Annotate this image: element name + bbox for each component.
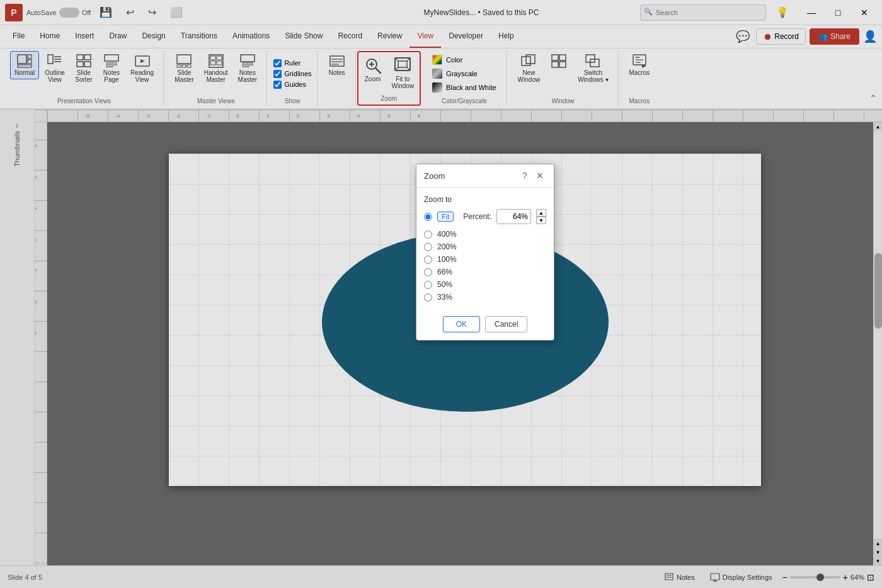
tab-review[interactable]: Review bbox=[370, 25, 410, 48]
notes-panel-button[interactable]: Notes bbox=[659, 570, 700, 585]
dialog-close-button[interactable]: ✕ bbox=[534, 169, 546, 182]
group-presentation-views: Normal Outline View Slide Sorter No bbox=[5, 51, 164, 106]
zoom-radio-50[interactable] bbox=[424, 281, 432, 289]
zoom-label-100: 100% bbox=[437, 255, 457, 264]
new-window-button[interactable]: New Window bbox=[513, 51, 545, 86]
color-button[interactable]: Color bbox=[427, 54, 467, 66]
percent-input[interactable] bbox=[496, 209, 531, 224]
reading-view-button[interactable]: Reading View bbox=[126, 51, 158, 86]
grayscale-button[interactable]: Grayscale bbox=[427, 67, 483, 80]
svg-rect-21 bbox=[187, 65, 191, 67]
lightbulb-button[interactable]: 💡 bbox=[771, 4, 794, 21]
tab-view[interactable]: View bbox=[410, 25, 441, 48]
notes-view-button[interactable]: Notes bbox=[324, 51, 350, 79]
scroll-down-button[interactable]: ▼ bbox=[874, 557, 882, 565]
zoom-radio-100[interactable] bbox=[424, 256, 432, 264]
cancel-button[interactable]: Cancel bbox=[485, 316, 527, 332]
handout-master-button[interactable]: Handout Master bbox=[200, 51, 232, 86]
close-button[interactable]: ✕ bbox=[852, 3, 877, 22]
customize-button[interactable]: ⬜ bbox=[165, 4, 188, 21]
zoom-option-fit[interactable]: Fit bbox=[424, 210, 454, 223]
zoom-slider-thumb[interactable] bbox=[816, 574, 824, 581]
zoom-option-100[interactable]: 100% bbox=[424, 253, 546, 266]
zoom-option-200[interactable]: 200% bbox=[424, 240, 546, 253]
tab-insert[interactable]: Insert bbox=[67, 25, 101, 48]
maximize-button[interactable]: □ bbox=[825, 3, 850, 22]
search-input[interactable] bbox=[640, 4, 766, 21]
spin-down-button[interactable]: ▼ bbox=[536, 217, 546, 224]
switch-windows-button[interactable]: Switch Windows ▾ bbox=[573, 51, 612, 86]
fit-window-button[interactable]: Fit to Window bbox=[387, 54, 419, 93]
outline-view-button[interactable]: Outline View bbox=[40, 51, 69, 86]
tab-design[interactable]: Design bbox=[134, 25, 173, 48]
zoom-out-button[interactable]: − bbox=[782, 572, 788, 582]
group-cg-label: Color/Grayscale bbox=[442, 96, 487, 106]
zoom-radio-33[interactable] bbox=[424, 293, 432, 302]
dialog-help-button[interactable]: ? bbox=[518, 169, 531, 182]
zoom-radio-200[interactable] bbox=[424, 243, 432, 251]
panel-toggle[interactable]: › bbox=[15, 120, 18, 131]
scroll-page-down[interactable]: ▼ bbox=[874, 548, 882, 557]
minimize-button[interactable]: — bbox=[799, 3, 824, 22]
macros-button[interactable]: Macros bbox=[625, 51, 655, 79]
tab-file[interactable]: File bbox=[5, 25, 32, 48]
autosave-toggle[interactable] bbox=[59, 8, 79, 18]
normal-view-button[interactable]: Normal bbox=[10, 51, 39, 79]
autosave-label: AutoSave Off bbox=[26, 8, 91, 18]
zoom-to-label: Zoom to bbox=[424, 195, 546, 204]
spin-up-button[interactable]: ▲ bbox=[536, 209, 546, 217]
tab-help[interactable]: Help bbox=[491, 25, 522, 48]
scroll-up-button[interactable]: ▲ bbox=[874, 122, 882, 131]
zoom-option-50[interactable]: 50% bbox=[424, 278, 546, 291]
tab-draw[interactable]: Draw bbox=[101, 25, 134, 48]
zoom-option-400[interactable]: 400% bbox=[424, 228, 546, 240]
search-icon: 🔍 bbox=[644, 8, 653, 16]
black-white-button[interactable]: Black and White bbox=[427, 81, 501, 94]
thumbnails-panel: › Thumbnails bbox=[0, 110, 35, 565]
scroll-track[interactable] bbox=[874, 131, 882, 539]
collapse-ribbon-button[interactable]: ⌃ bbox=[869, 93, 877, 103]
redo-button[interactable]: ↪ bbox=[143, 4, 161, 21]
tab-slideshow[interactable]: Slide Show bbox=[277, 25, 330, 48]
notes-master-button[interactable]: Notes Master bbox=[234, 51, 262, 86]
arrange-all-button[interactable]: x bbox=[546, 51, 572, 79]
record-button[interactable]: ⏺ Record bbox=[756, 28, 806, 45]
slide-master-button[interactable]: Slide Master bbox=[170, 51, 198, 86]
scroll-page-up[interactable]: ▲ bbox=[874, 539, 882, 548]
tab-record[interactable]: Record bbox=[330, 25, 370, 48]
percent-spinner: ▲ ▼ bbox=[536, 209, 546, 224]
zoom-percent: 64% bbox=[850, 574, 864, 581]
share-button[interactable]: 👥 Share bbox=[810, 28, 859, 45]
group-zoom-label: Zoom bbox=[381, 94, 398, 103]
save-button[interactable]: 💾 bbox=[94, 4, 117, 21]
zoom-radio-66[interactable] bbox=[424, 268, 432, 276]
svg-text:-1: -1 bbox=[35, 268, 38, 273]
status-bar: Slide 4 of 5 Notes Display Settings − + … bbox=[0, 565, 882, 588]
profile-button[interactable]: 👤 bbox=[863, 30, 877, 43]
guides-checkbox[interactable]: Guides bbox=[273, 81, 306, 89]
display-settings-button[interactable]: Display Settings bbox=[705, 570, 777, 585]
tab-developer[interactable]: Developer bbox=[441, 25, 491, 48]
ok-button[interactable]: OK bbox=[443, 316, 480, 332]
zoom-button[interactable]: Zoom bbox=[360, 54, 386, 86]
zoom-radio-fit[interactable] bbox=[424, 213, 432, 221]
dialog-title-bar: Zoom ? ✕ bbox=[416, 164, 554, 188]
scroll-thumb[interactable] bbox=[874, 253, 882, 329]
v-scrollbar[interactable]: ▲ ▲ ▼ ▼ bbox=[873, 122, 882, 565]
group-zoom: Zoom Fit to Window Zoom bbox=[357, 51, 421, 106]
zoom-radio-400[interactable] bbox=[424, 230, 432, 239]
fit-slide-button[interactable]: ⊡ bbox=[867, 572, 874, 582]
zoom-option-66[interactable]: 66% bbox=[424, 266, 546, 278]
zoom-option-33[interactable]: 33% bbox=[424, 291, 546, 303]
ruler-checkbox[interactable]: Ruler bbox=[273, 59, 301, 67]
notes-page-button[interactable]: Notes Page bbox=[98, 51, 125, 86]
comment-button[interactable]: 💬 bbox=[733, 27, 752, 46]
slide-sorter-button[interactable]: Slide Sorter bbox=[71, 51, 97, 86]
zoom-slider[interactable] bbox=[790, 576, 840, 579]
gridlines-checkbox[interactable]: Gridlines bbox=[273, 70, 311, 78]
tab-animations[interactable]: Animations bbox=[225, 25, 277, 48]
zoom-in-button[interactable]: + bbox=[843, 572, 848, 582]
tab-transitions[interactable]: Transitions bbox=[173, 25, 225, 48]
tab-home[interactable]: Home bbox=[32, 25, 67, 48]
undo-button[interactable]: ↩ bbox=[121, 4, 139, 21]
